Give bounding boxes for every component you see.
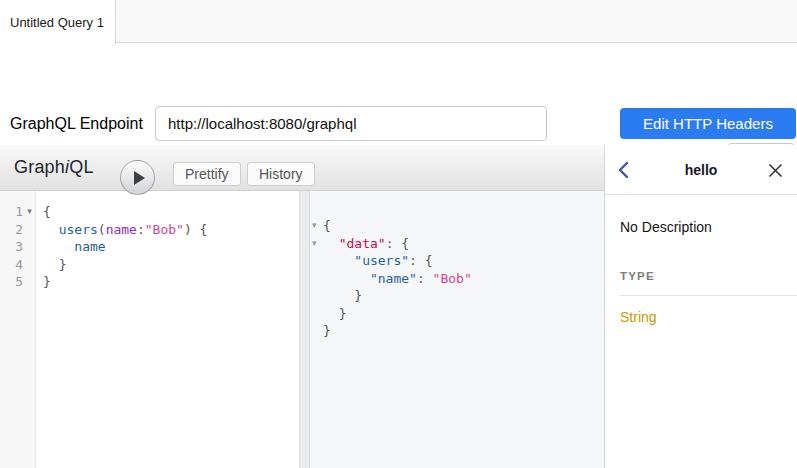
fold-spacer — [310, 287, 323, 305]
query-code: 1▾{2 users(name:"Bob") {3 name4 }5} — [0, 191, 299, 291]
doc-explorer-panel: hello No Description TYPE String — [604, 145, 797, 468]
edit-http-headers-button[interactable]: Edit HTTP Headers — [620, 108, 796, 139]
query-editor[interactable]: 1▾{2 users(name:"Bob") {3 name4 }5} — [0, 191, 299, 468]
fold-spacer — [23, 256, 36, 274]
doc-explorer-content: No Description TYPE String — [605, 219, 797, 326]
code-text: } — [43, 256, 66, 274]
result-viewer: ▾{▾ "data": { "users": { "name": "Bob" }… — [310, 191, 604, 468]
doc-back-button[interactable] — [618, 160, 638, 180]
doc-description: No Description — [620, 219, 797, 235]
fold-spacer — [310, 270, 323, 288]
code-text: { — [43, 203, 51, 221]
line-number: 3 — [0, 238, 23, 256]
code-line: 3 name — [0, 238, 299, 256]
doc-close-button[interactable] — [765, 160, 785, 180]
history-button[interactable]: History — [247, 162, 315, 186]
fold-spacer — [310, 322, 323, 340]
fold-spacer — [310, 305, 323, 323]
fold-arrow-icon[interactable]: ▾ — [23, 203, 36, 221]
tab-untitled-query-1[interactable]: Untitled Query 1 — [0, 0, 116, 44]
line-number: 5 — [0, 273, 23, 291]
result-json: ▾{▾ "data": { "users": { "name": "Bob" }… — [310, 217, 604, 340]
code-line: } — [310, 322, 604, 340]
execute-query-button[interactable] — [120, 160, 155, 195]
code-text: } — [323, 287, 362, 305]
close-icon — [768, 163, 783, 178]
doc-explorer-header: hello — [605, 145, 797, 195]
line-number: 2 — [0, 221, 23, 239]
graphiql-logo: GraphiQL — [14, 157, 94, 178]
doc-type-heading: TYPE — [620, 270, 797, 282]
code-line: 4 } — [0, 256, 299, 274]
fold-spacer — [23, 238, 36, 256]
code-line: 1▾{ — [0, 203, 299, 221]
code-line: "name": "Bob" — [310, 270, 604, 288]
code-line: ▾ "data": { — [310, 235, 604, 253]
endpoint-config-section: GraphQL Endpoint Edit HTTP Headers Metho… — [0, 44, 797, 145]
pane-resize-divider[interactable] — [299, 191, 310, 468]
graphql-client-window: Untitled Query 1 GraphQL Endpoint Edit H… — [0, 0, 797, 468]
code-line: } — [310, 305, 604, 323]
code-text: users(name:"Bob") { — [43, 221, 207, 239]
code-text: } — [323, 305, 346, 323]
code-text: { — [323, 217, 331, 235]
code-line: } — [310, 287, 604, 305]
doc-field-title: hello — [685, 162, 718, 178]
code-line: 5} — [0, 273, 299, 291]
tab-label: Untitled Query 1 — [10, 15, 104, 30]
code-text: } — [323, 322, 331, 340]
code-text: name — [43, 238, 106, 256]
fold-arrow-icon[interactable]: ▾ — [310, 217, 323, 235]
fold-spacer — [23, 273, 36, 291]
tab-bar: Untitled Query 1 — [0, 0, 797, 43]
main-area: GraphiQL Prettify History 1▾{2 users(nam… — [0, 145, 797, 468]
code-text: } — [43, 273, 51, 291]
fold-arrow-icon[interactable]: ▾ — [310, 235, 323, 253]
code-text: "name": "Bob" — [323, 270, 472, 288]
fold-spacer — [23, 221, 36, 239]
endpoint-input[interactable] — [155, 106, 547, 141]
code-line: ▾{ — [310, 217, 604, 235]
chevron-left-icon — [618, 161, 629, 179]
code-text: "data": { — [323, 235, 409, 253]
fold-spacer — [310, 252, 323, 270]
doc-divider — [620, 295, 797, 296]
line-number: 1 — [0, 203, 23, 221]
code-line: "users": { — [310, 252, 604, 270]
doc-type-link-string[interactable]: String — [620, 309, 657, 325]
code-line: 2 users(name:"Bob") { — [0, 221, 299, 239]
prettify-button[interactable]: Prettify — [173, 162, 241, 186]
play-icon — [134, 171, 145, 185]
line-number: 4 — [0, 256, 23, 274]
endpoint-label: GraphQL Endpoint — [10, 106, 143, 141]
code-text: "users": { — [323, 252, 433, 270]
